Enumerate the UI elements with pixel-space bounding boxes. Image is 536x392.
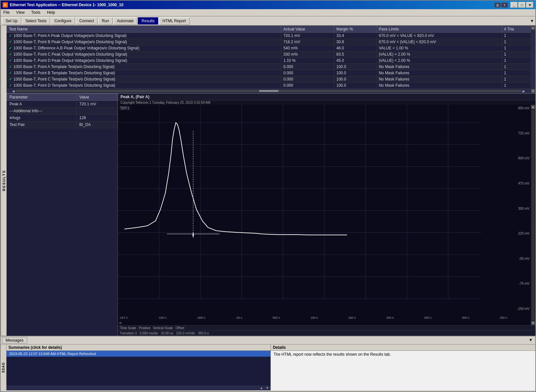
results-row-8[interactable]: ✓1000 Base-T, Point D Template Test(w/o …: [7, 82, 531, 89]
param-name-0: Peak A: [7, 101, 77, 108]
results-side-label: RESULTS: [1, 26, 7, 336]
cell-actual-6: 0.000: [281, 70, 334, 76]
vertical-scrollbar[interactable]: ▲ ▼: [531, 26, 535, 93]
x-label-9: 300 n: [462, 316, 470, 319]
y-label-8: -150 mV: [517, 307, 529, 311]
tab-setup[interactable]: Set Up: [2, 17, 21, 25]
chart-scroll-up[interactable]: ▲: [531, 105, 535, 109]
x-label-4: 500 n: [273, 316, 280, 319]
tab-connect[interactable]: Connect: [76, 17, 98, 25]
menu-help[interactable]: Help: [46, 10, 56, 15]
x-label-6: 150 n: [348, 316, 356, 319]
chart-canvas: 850 mV 725 mV 600 mV 475 mV 350 mV 225 m…: [118, 105, 531, 325]
col-actual-value: Actual Value: [281, 26, 334, 33]
h-scroll-thumb[interactable]: [259, 90, 279, 92]
horizontal-scrollbar[interactable]: ◀ ▶: [7, 89, 531, 93]
param-col-param: Parameter: [7, 94, 77, 101]
results-table: Test Name Actual Value Margin % Pass Lim…: [7, 26, 531, 89]
details-header: Details: [271, 345, 535, 351]
cell-trials-6: 1: [502, 70, 531, 76]
chart-grid: [118, 105, 531, 325]
cell-trials-0: 1: [502, 33, 531, 39]
cell-trials-8: 1: [502, 82, 531, 89]
close-button[interactable]: ✕: [526, 2, 533, 8]
tab-select-tests[interactable]: Select Tests: [22, 17, 50, 25]
cell-margin-7: 100.0: [334, 76, 377, 82]
tab-run[interactable]: Run: [98, 17, 113, 25]
tab-configure[interactable]: Configure: [51, 17, 75, 25]
main-content: RESULTS Test Name Actual Value Margin %: [1, 26, 535, 391]
results-row-0[interactable]: ✓1000 Base-T, Point A Peak Output Voltag…: [7, 33, 531, 39]
cell-actual-1: 716.2 mV: [281, 39, 334, 45]
results-row-2[interactable]: ✓1000 Base-T, Difference A,B Peak Output…: [7, 45, 531, 51]
ssag-side-area: SSAG: [1, 345, 7, 390]
x-label-0: -157 n: [119, 316, 128, 319]
details-content: The HTML report now reflects the results…: [271, 351, 535, 390]
param-val-3: BI_DA: [77, 121, 118, 128]
cell-trials-2: 1: [502, 45, 531, 51]
y-label-6: -05 mV: [519, 257, 529, 260]
results-row-1[interactable]: ✓1000 Base-T, Point B Peak Output Voltag…: [7, 39, 531, 45]
message-item-0[interactable]: 2019-05-23 12:07:13:848 AM HTML Report R…: [7, 351, 271, 357]
y-label-3: 475 mV: [518, 182, 529, 185]
pass-icon-8: ✓: [9, 83, 12, 88]
results-row-6[interactable]: ✓1000 Base-T, Point B Template Test(w/o …: [7, 70, 531, 76]
svg-marker-20: [193, 235, 194, 238]
param-row-0: Peak A 720.1 mV: [7, 101, 118, 108]
messages-dropdown[interactable]: ▼: [527, 337, 534, 344]
messages-content: SSAG Summaries (click for details) 2019-…: [1, 345, 535, 390]
y-label-2: 600 mV: [518, 156, 529, 160]
cell-actual-5: 0.000: [281, 64, 334, 70]
chart-info-bar: Time Scale Positive Vertical Scale Offse…: [118, 325, 535, 330]
messages-scroll-arrows: ▲ ▼: [7, 385, 271, 390]
messages-tab[interactable]: Messages: [2, 337, 27, 344]
cell-trials-7: 1: [502, 76, 531, 82]
maximize-button[interactable]: □: [518, 2, 526, 8]
scroll-up-btn[interactable]: ▲: [531, 26, 535, 30]
toolbar: Set Up Select Tests Configure Connect Ru…: [1, 16, 535, 26]
results-row-5[interactable]: ✓1000 Base-T, Point A Template Test(w/o …: [7, 64, 531, 70]
param-table: Parameter Value Peak A 720.1 mV ---Addit…: [7, 94, 118, 128]
toolbar-dropdown[interactable]: ▼: [530, 19, 534, 23]
cell-limits-0: 670.0 mV < VALUE < 820.0 mV: [377, 33, 502, 39]
tab-results[interactable]: Results: [138, 17, 158, 25]
pass-icon-5: ✓: [9, 64, 12, 69]
results-row-7[interactable]: ✓1000 Base-T, Point C Template Test(w/o …: [7, 76, 531, 82]
menu-view[interactable]: View: [15, 10, 26, 15]
results-inner: Test Name Actual Value Margin % Pass Lim…: [7, 26, 535, 336]
chart-vscrollbar[interactable]: ▲ ▼: [531, 105, 535, 325]
msg-scroll-down[interactable]: ▼: [265, 386, 270, 390]
x-label-10: 350 n: [500, 316, 507, 319]
scroll-right-btn[interactable]: ▶: [522, 89, 526, 93]
pass-icon-7: ✓: [9, 77, 12, 81]
y-label-7: -75 mV: [519, 282, 529, 285]
menu-tools[interactable]: Tools: [30, 10, 42, 15]
window-title: Ethernet Test Application -- Ethernet De…: [10, 3, 123, 7]
tab-html-report[interactable]: HTML Report: [159, 17, 190, 25]
cell-limits-8: No Mask Failures: [377, 82, 502, 89]
cell-actual-2: 540 m%: [281, 45, 334, 51]
tab-automate[interactable]: Automate: [113, 17, 137, 25]
minimize-button[interactable]: _: [510, 2, 518, 8]
chart-scroll-down[interactable]: ▼: [531, 321, 535, 325]
y-label-4: 350 mV: [518, 207, 529, 210]
results-row-3[interactable]: ✓1000 Base-T, Point C Peak Output Voltag…: [7, 51, 531, 58]
results-row-4[interactable]: ✓1000 Base-T, Point D Peak Output Voltag…: [7, 58, 531, 64]
cell-actual-3: 330 m%: [281, 51, 334, 58]
pass-icon-1: ✓: [9, 40, 12, 44]
x-label-3: -20 s: [236, 316, 242, 319]
col-trials: # Tria: [502, 26, 531, 33]
results-area: RESULTS Test Name Actual Value Margin %: [1, 26, 535, 336]
menu-file[interactable]: File: [2, 10, 11, 15]
scroll-down-btn[interactable]: ▼: [531, 89, 535, 93]
cell-trials-5: 1: [502, 64, 531, 70]
h-scroll-track: [16, 90, 522, 92]
cell-trials-3: 1: [502, 51, 531, 58]
cell-limits-2: VALUE < 1.00 %: [377, 45, 502, 51]
cell-trials-1: 1: [502, 39, 531, 45]
msg-scroll-up[interactable]: ▲: [259, 386, 265, 390]
cell-margin-0: 33.4: [334, 33, 377, 39]
scroll-left-btn[interactable]: ◀: [11, 89, 16, 93]
chart-subtitle: Copyright Tektronix 1 Tuesday, February …: [118, 100, 535, 105]
title-bar: E Ethernet Test Application -- Ethernet …: [1, 1, 535, 9]
